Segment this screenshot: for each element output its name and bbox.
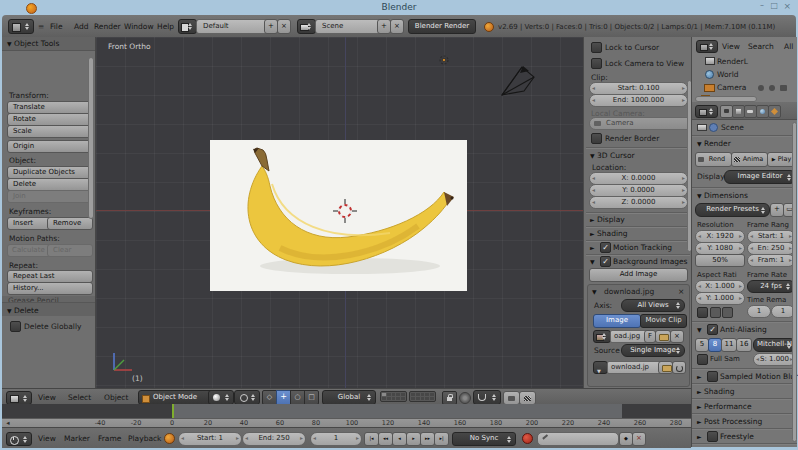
cursor-panel-header[interactable]: ▼ 3D Cursor: [590, 152, 635, 160]
resolution-percentage-field[interactable]: 50%: [695, 254, 745, 267]
axis-select[interactable]: All Views: [621, 299, 685, 312]
performance-panel-header[interactable]: ► Performance: [697, 403, 752, 411]
outliner-item-renderlayers[interactable]: RenderL: [717, 58, 748, 66]
lamp-object-icon[interactable]: [436, 52, 452, 68]
render-border-checkbox[interactable]: [591, 133, 602, 144]
editor-type-timeline-icon[interactable]: [6, 432, 32, 446]
selectable-icon[interactable]: [769, 85, 775, 91]
lock-to-cursor-checkbox[interactable]: [591, 42, 602, 53]
properties-scrollbar[interactable]: [792, 122, 797, 442]
scene-icon[interactable]: [297, 19, 316, 34]
sampled-motion-blur-panel-header[interactable]: ►: [697, 373, 702, 381]
image-toggle-button[interactable]: Image: [593, 314, 641, 328]
frame-end-field-timeline[interactable]: ◂End: 250▸: [242, 432, 306, 446]
stamp-icon-box[interactable]: [722, 307, 733, 318]
freestyle-checkbox[interactable]: [707, 431, 718, 442]
keying-set-field[interactable]: [537, 432, 619, 446]
layers-block-b[interactable]: [409, 391, 436, 402]
add-layout-button[interactable]: +: [264, 19, 278, 34]
aa-samples-16-button[interactable]: 16: [736, 338, 752, 352]
browse-file-button[interactable]: [658, 361, 673, 374]
image-datablock-icon[interactable]: [593, 330, 611, 343]
aa-samples-8-button[interactable]: 8: [708, 338, 722, 352]
delete-panel-header[interactable]: ▼ Delete: [2, 302, 95, 316]
aspect-y-field[interactable]: ◂Y: 1.000▸: [695, 292, 745, 305]
transform-orientation-select[interactable]: Global: [322, 390, 376, 405]
manipulator-scale-button[interactable]: □: [304, 390, 319, 405]
menu-file[interactable]: File: [50, 23, 63, 31]
render-animation-button[interactable]: Anima: [731, 152, 768, 167]
editor-type-info-icon[interactable]: [8, 19, 34, 34]
full-sample-checkbox[interactable]: [697, 354, 708, 365]
editor-type-outliner-icon[interactable]: [696, 40, 718, 53]
post-processing-panel-header[interactable]: ► Post Processing: [697, 418, 762, 426]
manipulator-cursor-button[interactable]: ◇: [262, 390, 277, 405]
scale-button[interactable]: Scale: [7, 125, 93, 138]
motion-tracking-checkbox[interactable]: ✓: [600, 242, 611, 253]
timeline-menu-playback[interactable]: Playback: [128, 435, 161, 443]
shading-panel-header[interactable]: ► Shading: [697, 388, 734, 396]
frame-start-field-timeline[interactable]: ◂Start: 1▸: [178, 432, 242, 446]
lock-camera-checkbox[interactable]: [591, 58, 602, 69]
play-button[interactable]: ▸: [406, 432, 421, 446]
snap-select[interactable]: [473, 390, 501, 405]
background-images-panel-header[interactable]: ▼: [590, 258, 595, 266]
menu-help[interactable]: Help: [157, 23, 174, 31]
calculate-paths-button[interactable]: Calculate: [7, 244, 52, 257]
viewport-menu-view[interactable]: View: [38, 394, 56, 402]
outliner-menu-view[interactable]: View: [722, 43, 740, 51]
movie-clip-toggle-button[interactable]: Movie Clip: [640, 314, 687, 328]
open-image-button[interactable]: [655, 330, 671, 343]
history-button[interactable]: History...: [7, 282, 93, 295]
maximize-button[interactable]: □: [770, 1, 778, 10]
background-images-checkbox[interactable]: ✓: [600, 256, 611, 267]
jump-prev-keyframe-button[interactable]: ◂◂: [378, 432, 393, 446]
viewport-3d[interactable]: Front Ortho: [96, 37, 583, 388]
screen-layout-icon[interactable]: [178, 19, 197, 34]
render-presets-select[interactable]: Render Presets: [695, 203, 770, 217]
menu-add[interactable]: Add: [74, 23, 89, 31]
border-checkbox[interactable]: [697, 307, 708, 318]
tool-shelf-panel-header[interactable]: ▼ Object Tools: [2, 37, 95, 51]
clear-paths-button[interactable]: Clear: [47, 244, 93, 257]
render-panel-header[interactable]: ▼ Render: [697, 140, 731, 148]
frame-rate-select[interactable]: 24 fps: [747, 280, 795, 293]
crop-icon-box[interactable]: [710, 307, 721, 318]
viewport-shading-select[interactable]: [208, 390, 234, 405]
motion-tracking-panel-header[interactable]: ►: [590, 244, 595, 252]
insert-keyframe-timeline-button[interactable]: ◆: [619, 432, 633, 446]
source-select[interactable]: Single Image: [621, 344, 685, 357]
aa-size-field[interactable]: ◂S: 1.000▸: [753, 353, 796, 366]
renderable-icon[interactable]: [780, 85, 787, 91]
jump-to-start-button[interactable]: |◂: [364, 432, 379, 446]
delete-keyframe-timeline-button[interactable]: ×: [632, 432, 646, 446]
display-mode-select[interactable]: Image Editor: [724, 170, 796, 184]
render-opengl-anim-button[interactable]: [519, 391, 536, 405]
shading-panel-header[interactable]: ► Shading: [590, 230, 627, 238]
outliner-display-mode[interactable]: All: [784, 43, 793, 51]
timeline-menu-marker[interactable]: Marker: [64, 435, 90, 443]
menu-window[interactable]: Window: [124, 23, 154, 31]
screen-layout-select[interactable]: Default: [196, 19, 270, 34]
close-button[interactable]: ×: [783, 1, 791, 11]
file-expand-icon[interactable]: ▼: [593, 361, 608, 374]
current-frame-marker[interactable]: [172, 404, 174, 418]
freestyle-panel-header[interactable]: ►: [697, 433, 702, 441]
aa-filter-select[interactable]: Mitchell-N: [753, 338, 796, 352]
delete-globally-checkbox[interactable]: [10, 321, 21, 332]
sampled-motion-blur-checkbox[interactable]: [707, 371, 718, 382]
viewport-menu-object[interactable]: Object: [104, 394, 128, 402]
manipulator-translate-button[interactable]: +: [276, 390, 291, 405]
outliner-item-camera[interactable]: Camera: [717, 84, 746, 92]
scene-select[interactable]: Scene: [315, 19, 383, 34]
visibility-eye-icon[interactable]: [758, 85, 764, 91]
aa-samples-11-button[interactable]: 11: [721, 338, 737, 352]
reload-file-button[interactable]: [672, 361, 686, 374]
time-remap-old-field[interactable]: 1: [747, 305, 771, 318]
ruler-scroll-arrow[interactable]: ◂: [6, 420, 9, 427]
outliner-menu-search[interactable]: Search: [748, 43, 774, 51]
jump-next-keyframe-button[interactable]: ▸▸: [420, 432, 435, 446]
editor-type-properties-icon[interactable]: [695, 105, 718, 118]
proportional-edit-icon[interactable]: [459, 392, 471, 404]
add-preset-button[interactable]: +: [770, 203, 784, 217]
